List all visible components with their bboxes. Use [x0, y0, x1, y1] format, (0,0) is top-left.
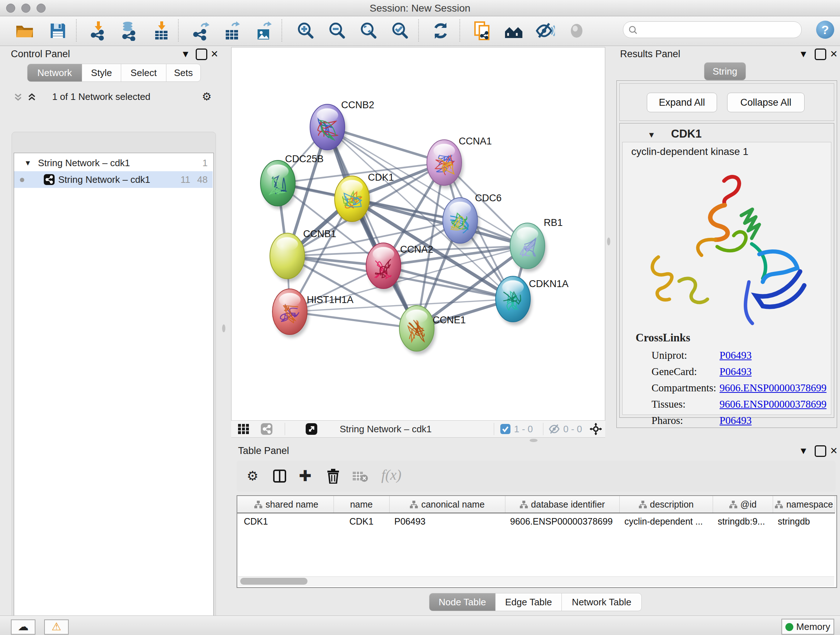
- crosslinks-title: CrossLinks: [636, 331, 690, 344]
- close-panel-icon[interactable]: ✕: [830, 49, 838, 59]
- table-cell[interactable]: stringdb:9...: [718, 513, 773, 529]
- zoom-in-icon[interactable]: [295, 21, 316, 41]
- network-node-CDKN1A[interactable]: [496, 276, 532, 325]
- crosslink-link[interactable]: P06493: [720, 349, 752, 361]
- search-input[interactable]: [641, 23, 798, 36]
- open-session-icon[interactable]: [14, 21, 35, 41]
- vertical-splitter-handle[interactable]: [222, 325, 225, 333]
- collapse-all-networks-icon[interactable]: [13, 92, 25, 103]
- apply-layout-icon[interactable]: [431, 21, 451, 41]
- selected-count-checkbox-icon[interactable]: [500, 424, 510, 434]
- panel-menu-icon[interactable]: ▼: [799, 49, 808, 59]
- tab-style[interactable]: Style: [82, 64, 121, 82]
- birds-eye-view-icon[interactable]: [238, 424, 249, 434]
- column-header-description[interactable]: description: [619, 496, 713, 513]
- toolbar-separator: [281, 19, 282, 42]
- open-in-window-icon[interactable]: [306, 423, 317, 435]
- panel-menu-icon[interactable]: ▼: [799, 445, 808, 456]
- float-panel-icon[interactable]: [815, 445, 826, 457]
- toolbar-separator: [76, 19, 77, 42]
- panel-menu-icon[interactable]: ▼: [181, 49, 190, 59]
- crosslink-label: Pharos:: [652, 415, 683, 426]
- tab-network[interactable]: Network: [27, 64, 82, 82]
- close-panel-icon[interactable]: ✕: [830, 445, 838, 456]
- crosslink-link[interactable]: 9606.ENSP00000378699: [720, 382, 827, 394]
- show-columns-icon[interactable]: [273, 469, 286, 483]
- column-header-canonical-name[interactable]: canonical name: [389, 496, 505, 513]
- show-all-icon[interactable]: [567, 21, 587, 41]
- save-session-icon[interactable]: [48, 21, 68, 41]
- import-network-icon[interactable]: [88, 21, 109, 41]
- gene-card-expander-icon[interactable]: ▼: [647, 130, 655, 140]
- column-header-database-identifier[interactable]: database identifier: [505, 496, 620, 513]
- column-header-shared-name[interactable]: shared name: [239, 496, 334, 513]
- export-image-icon[interactable]: [254, 21, 274, 41]
- delete-column-trash-icon[interactable]: [326, 469, 340, 484]
- close-panel-icon[interactable]: ✕: [210, 49, 218, 59]
- tab-sets[interactable]: Sets: [166, 64, 201, 82]
- tab-network-table[interactable]: Network Table: [561, 593, 642, 611]
- import-network-from-database-icon[interactable]: [119, 21, 139, 41]
- zoom-selected-icon[interactable]: [390, 21, 410, 41]
- crosslink-link[interactable]: P06493: [720, 366, 752, 378]
- tab-select[interactable]: Select: [121, 64, 166, 82]
- network-node-CCNE1[interactable]: [399, 306, 436, 355]
- network-options-gear-icon[interactable]: ⚙: [202, 90, 212, 103]
- crosslink-link[interactable]: 9606.ENSP00000378699: [720, 398, 827, 410]
- delete-table-icon[interactable]: [352, 470, 368, 482]
- network-node-HIST1H1A[interactable]: [272, 289, 309, 338]
- table-cell[interactable]: 9606.ENSP00000378699: [510, 513, 619, 529]
- column-header-namespace[interactable]: namespace: [773, 496, 835, 513]
- export-table-icon[interactable]: [222, 21, 242, 41]
- network-node-CDK1[interactable]: [335, 176, 371, 225]
- column-header--id[interactable]: @id: [713, 496, 773, 513]
- tab-string-results[interactable]: String: [704, 62, 746, 80]
- network-node-CCNB2[interactable]: [310, 104, 347, 153]
- warnings-icon[interactable]: ⚠: [44, 619, 69, 635]
- column-header-name[interactable]: name: [333, 496, 390, 513]
- hidden-counts: 0 - 0: [563, 424, 582, 435]
- table-cell[interactable]: CDK1: [244, 513, 333, 529]
- hidden-count-eye-icon[interactable]: [548, 424, 561, 434]
- cloud-status-icon[interactable]: ☁: [11, 619, 35, 635]
- crosslink-link[interactable]: P06493: [720, 415, 752, 426]
- memory-button[interactable]: Memory: [782, 619, 834, 635]
- table-options-gear-icon[interactable]: ⚙: [247, 469, 258, 484]
- table-cell[interactable]: CDK1: [333, 513, 389, 529]
- vertical-splitter-handle[interactable]: [607, 238, 610, 245]
- zoom-fit-icon[interactable]: [358, 21, 379, 41]
- horizontal-splitter-handle[interactable]: [530, 439, 538, 442]
- hide-selected-icon[interactable]: [535, 21, 555, 41]
- network-collection-row[interactable]: ▼ String Network – cdk1 1: [14, 155, 213, 171]
- float-panel-icon[interactable]: [815, 49, 826, 60]
- network-node-CCNA2[interactable]: [366, 243, 403, 292]
- fit-content-crosshair-icon[interactable]: [589, 423, 602, 435]
- function-builder-icon[interactable]: f(x): [381, 466, 401, 483]
- string-view-icon[interactable]: [261, 423, 272, 435]
- create-column-plus-icon[interactable]: ✚: [299, 467, 311, 485]
- tab-edge-table[interactable]: Edge Table: [495, 593, 562, 611]
- scrollbar-thumb[interactable]: [240, 578, 308, 585]
- network-node-CCNB1[interactable]: [270, 233, 306, 282]
- expand-all-button[interactable]: Expand All: [647, 93, 717, 112]
- export-network-icon[interactable]: [191, 21, 212, 41]
- collapse-all-button[interactable]: Collapse All: [727, 93, 805, 112]
- network-selection-status: 1 of 1 Network selected: [36, 91, 166, 103]
- first-neighbors-icon[interactable]: [504, 21, 524, 41]
- zoom-out-icon[interactable]: [327, 21, 347, 41]
- network-row-selected[interactable]: String Network – cdk1 11 48: [14, 171, 213, 188]
- clone-network-icon[interactable]: [472, 21, 493, 41]
- table-cell[interactable]: stringdb: [778, 513, 835, 529]
- table-horizontal-scrollbar[interactable]: [238, 576, 834, 586]
- network-canvas[interactable]: CCNB2CCNA1CDC25BCDK1CDC6RB1CCNB1CCNA2CDK…: [231, 47, 605, 421]
- collection-expander-icon[interactable]: ▼: [24, 155, 32, 171]
- network-node-RB1[interactable]: [510, 223, 546, 272]
- help-button[interactable]: ?: [816, 21, 834, 39]
- collection-label: String Network – cdk1: [38, 155, 130, 171]
- selected-counts: 1 - 0: [514, 424, 533, 435]
- tab-node-table[interactable]: Node Table: [429, 593, 496, 611]
- import-table-icon[interactable]: [152, 21, 172, 41]
- float-panel-icon[interactable]: [196, 49, 207, 60]
- table-cell[interactable]: cyclin-dependent ...: [624, 513, 713, 529]
- table-cell[interactable]: P06493: [394, 513, 505, 529]
